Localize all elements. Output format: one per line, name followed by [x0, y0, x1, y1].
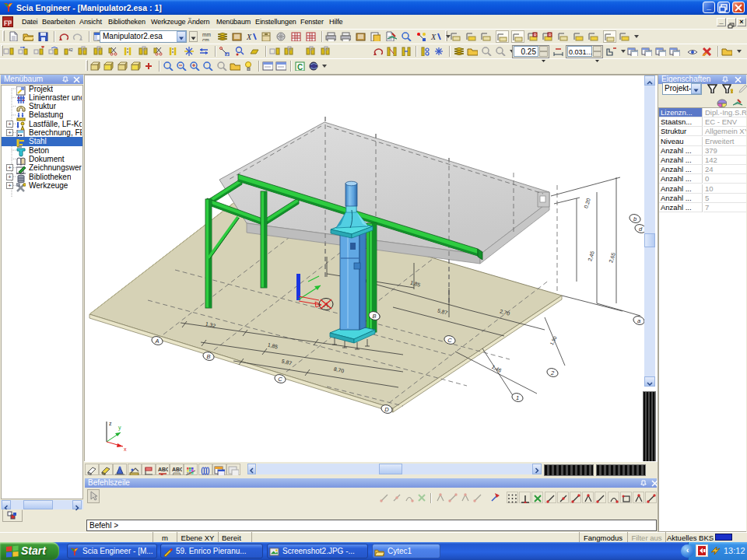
svg-text:D: D	[384, 406, 389, 413]
svg-text:B: B	[372, 313, 376, 320]
svg-text:ABC: ABC	[158, 467, 168, 472]
svg-text:cm: cm	[202, 37, 209, 41]
svg-text:1,46: 1,46	[491, 364, 503, 373]
svg-text:b: b	[633, 215, 637, 222]
svg-text:x: x	[124, 446, 127, 452]
svg-text:y: y	[118, 425, 121, 431]
svg-text:ABC: ABC	[172, 467, 182, 472]
svg-text:R: R	[549, 33, 552, 37]
svg-text:2,65: 2,65	[608, 252, 616, 264]
svg-text:z: z	[109, 421, 112, 426]
svg-text:X: X	[430, 33, 437, 41]
svg-text:C: C	[278, 376, 282, 383]
svg-text:a: a	[637, 317, 640, 324]
svg-text:1: 1	[516, 394, 519, 401]
svg-text:0.20: 0.20	[583, 198, 591, 209]
svg-text:C: C	[297, 63, 303, 71]
svg-text:mm: mm	[202, 32, 211, 37]
svg-text:A: A	[154, 338, 159, 345]
svg-text:1,50: 1,50	[549, 335, 558, 346]
svg-text:42: 42	[68, 47, 73, 52]
svg-text:R: R	[534, 33, 537, 37]
svg-text:B: B	[206, 353, 210, 360]
svg-text:C: C	[447, 337, 452, 344]
svg-text:2: 2	[550, 369, 555, 376]
svg-text:X: X	[246, 33, 252, 41]
svg-text:2,45: 2,45	[587, 250, 595, 262]
